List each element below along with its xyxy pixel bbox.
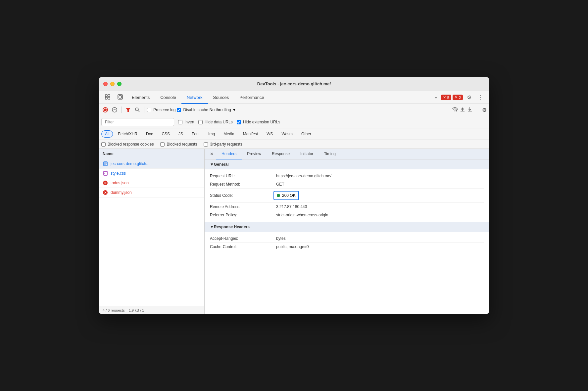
invert-group: Invert	[178, 120, 194, 124]
filter-input[interactable]	[101, 118, 174, 126]
filter-button[interactable]	[124, 106, 132, 114]
list-item[interactable]: ✕dummy.json	[99, 188, 204, 197]
status-code-value: 200 OK	[273, 191, 299, 200]
file-list-panel: Name jec-cors-demo.glitch....#style.css✕…	[99, 149, 205, 314]
tab-console[interactable]: Console	[155, 92, 181, 104]
tab-performance[interactable]: Performance	[234, 92, 269, 104]
hide-data-label[interactable]: Hide data URLs	[205, 120, 233, 124]
file-list-header: Name	[99, 149, 204, 159]
header-row-status-code: Status Code: 200 OK	[210, 189, 484, 203]
type-filter-img[interactable]: Img	[205, 130, 219, 138]
devtools-window: DevTools - jec-cors-demo.glitch.me/ Elem…	[99, 77, 489, 314]
type-filter-ws[interactable]: WS	[263, 130, 276, 138]
tab-headers[interactable]: Headers	[216, 149, 242, 159]
blocked-requests-label[interactable]: Blocked requests	[167, 142, 197, 147]
tab-timing[interactable]: Timing	[318, 149, 341, 159]
header-row-accept-ranges: Accept-Ranges: bytes	[210, 235, 484, 243]
svg-point-7	[104, 109, 107, 111]
wifi-icon[interactable]	[452, 107, 458, 113]
file-list: jec-cors-demo.glitch....#style.css✕todos…	[99, 159, 204, 306]
cursor-icon[interactable]	[101, 91, 114, 104]
tab-elements[interactable]: Elements	[126, 92, 155, 104]
disable-cache-checkbox[interactable]	[177, 108, 181, 112]
type-filter-fetch-xhr[interactable]: Fetch/XHR	[114, 130, 141, 138]
type-filter-bar: AllFetch/XHRDocCSSJSFontImgMediaManifest…	[99, 128, 489, 140]
type-filter-wasm[interactable]: Wasm	[278, 130, 297, 138]
record-button[interactable]	[101, 106, 109, 114]
window-title: DevTools - jec-cors-demo.glitch.me/	[257, 81, 331, 86]
type-filter-font[interactable]: Font	[188, 130, 203, 138]
chevron-down-icon: ▼	[232, 108, 236, 112]
close-details-button[interactable]: ✕	[207, 149, 216, 159]
svg-rect-5	[119, 96, 122, 98]
tab-network[interactable]: Network	[181, 92, 208, 104]
type-filter-media[interactable]: Media	[220, 130, 238, 138]
more-tabs-button[interactable]: »	[431, 92, 440, 103]
blocked-cookies-checkbox[interactable]	[101, 142, 106, 147]
status-dot	[277, 194, 280, 197]
tab-response[interactable]: Response	[267, 149, 295, 159]
invert-label[interactable]: Invert	[184, 120, 194, 124]
toolbar-right-icons: ⚙	[452, 106, 487, 113]
general-section-header[interactable]: ▼General	[205, 159, 489, 169]
svg-rect-4	[118, 95, 122, 99]
tab-initiator[interactable]: Initiator	[295, 149, 318, 159]
general-fields: Request URL: https://jec-cors-demo.glitc…	[205, 169, 489, 222]
list-item[interactable]: #style.css	[99, 169, 204, 178]
response-headers-section-header[interactable]: ▼Response Headers	[205, 222, 489, 232]
header-row-referrer-policy: Referrer Policy: strict-origin-when-cros…	[210, 211, 484, 219]
type-filter-all[interactable]: All	[101, 130, 113, 138]
header-row-remote-address: Remote Address: 3.217.87.180:443	[210, 203, 484, 211]
clear-button[interactable]	[111, 106, 119, 114]
invert-checkbox[interactable]	[178, 120, 182, 124]
error-icon: ✕	[103, 190, 108, 195]
type-filter-other[interactable]: Other	[298, 130, 315, 138]
right-tabs: ✕ Headers Preview Response Initiator Tim…	[205, 149, 489, 159]
blocked-requests-checkbox[interactable]	[160, 142, 165, 147]
hide-extension-label[interactable]: Hide extension URLs	[243, 120, 280, 124]
disable-cache-label[interactable]: Disable cache	[183, 108, 208, 112]
inspect-icon[interactable]	[114, 91, 126, 104]
main-content: Name jec-cors-demo.glitch....#style.css✕…	[99, 149, 489, 314]
error-icon: ✕	[103, 180, 108, 186]
headers-content: ▼General Request URL: https://jec-cors-d…	[205, 159, 489, 314]
preserve-log-checkbox[interactable]	[147, 108, 151, 112]
third-party-item: 3rd-party requests	[204, 142, 242, 147]
type-filter-manifest[interactable]: Manifest	[239, 130, 262, 138]
doc-icon	[103, 161, 108, 166]
settings-icon[interactable]: ⚙	[464, 92, 475, 103]
type-filter-js[interactable]: JS	[175, 130, 187, 138]
error-badge-1: ✕ 5	[441, 95, 451, 100]
blocked-cookies-label[interactable]: Blocked response cookies	[108, 142, 154, 147]
minimize-button[interactable]	[110, 82, 115, 86]
download-icon[interactable]	[467, 106, 473, 113]
blocked-requests-item: Blocked requests	[160, 142, 197, 147]
file-list-footer: 4 / 6 requests 1.9 kB / 1	[99, 306, 204, 314]
hide-data-checkbox[interactable]	[198, 120, 203, 124]
upload-icon[interactable]	[460, 106, 466, 113]
list-item[interactable]: jec-cors-demo.glitch....	[99, 159, 204, 169]
more-options-icon[interactable]: ⋮	[475, 92, 487, 103]
throttle-selector[interactable]: No throttling ▼	[210, 108, 236, 112]
network-settings-icon[interactable]: ⚙	[482, 107, 487, 113]
hide-extension-urls-group: Hide extension URLs	[237, 120, 280, 124]
third-party-label[interactable]: 3rd-party requests	[210, 142, 242, 147]
type-filter-doc[interactable]: Doc	[142, 130, 157, 138]
preserve-log-label[interactable]: Preserve log	[153, 108, 175, 112]
error-badge-2: ✕ 2	[453, 95, 463, 100]
nav-tabs: Elements Console Network Sources Perform…	[99, 91, 489, 104]
response-headers-fields: Accept-Ranges: bytes Cache-Control: publ…	[205, 232, 489, 254]
blocked-bar: Blocked response cookies Blocked request…	[99, 140, 489, 149]
hide-extension-checkbox[interactable]	[237, 120, 241, 124]
type-filter-css[interactable]: CSS	[158, 130, 173, 138]
tab-sources[interactable]: Sources	[208, 92, 234, 104]
third-party-checkbox[interactable]	[204, 142, 208, 147]
tab-preview[interactable]: Preview	[242, 149, 267, 159]
maximize-button[interactable]	[117, 82, 122, 86]
file-item-name: jec-cors-demo.glitch....	[111, 161, 200, 166]
close-button[interactable]	[103, 82, 108, 86]
list-item[interactable]: ✕todos.json	[99, 178, 204, 188]
file-item-name: dummy.json	[111, 190, 200, 195]
toolbar: Preserve log Disable cache No throttling…	[99, 104, 489, 116]
search-button[interactable]	[133, 106, 141, 114]
